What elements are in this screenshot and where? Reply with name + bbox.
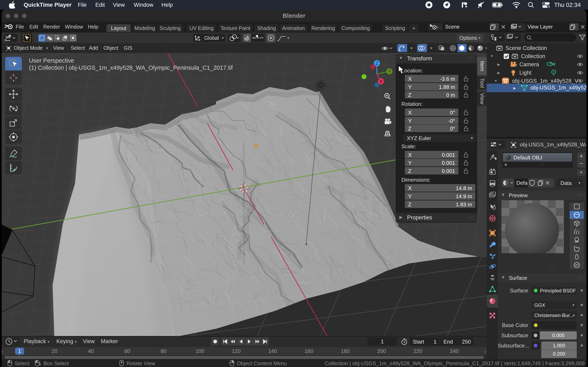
svg-text:Z: Z: [375, 61, 378, 66]
svg-text:X: X: [380, 79, 383, 84]
svg-text:Y: Y: [388, 69, 391, 74]
